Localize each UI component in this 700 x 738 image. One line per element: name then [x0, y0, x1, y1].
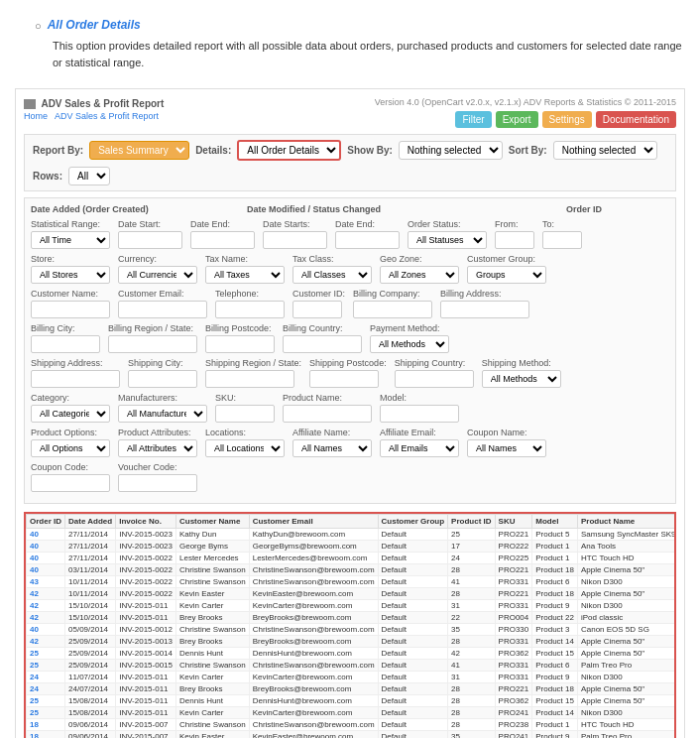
- table-cell: Product 1: [532, 719, 578, 731]
- billing-company-input[interactable]: [353, 301, 432, 318]
- store-group: Store: All Stores: [31, 254, 110, 284]
- sku-input[interactable]: [215, 405, 275, 423]
- table-row: 4215/10/2014INV-2015-011Brey BrooksBreyB…: [27, 612, 677, 624]
- table-cell: INV-2015-011: [116, 683, 176, 695]
- shipping-address-input[interactable]: [31, 370, 120, 388]
- table-cell: 22: [448, 612, 495, 624]
- shipping-method-label: Shipping Method:: [482, 358, 561, 368]
- table-cell: DennisHunt@brewoom.com: [249, 648, 378, 660]
- locations-select[interactable]: All Locations: [205, 439, 285, 457]
- shipping-region-input[interactable]: [205, 370, 294, 388]
- breadcrumb-link[interactable]: ADV Sales & Profit Report: [55, 111, 159, 121]
- tax-name-label: Tax Name:: [205, 254, 285, 264]
- shipping-postcode-input[interactable]: [309, 370, 379, 388]
- show-by-select[interactable]: Nothing selected: [399, 141, 503, 160]
- row-id: 40: [30, 625, 39, 634]
- customer-id-input[interactable]: [292, 301, 342, 318]
- order-id-from-input[interactable]: [495, 231, 534, 249]
- voucher-code-input[interactable]: [118, 474, 197, 492]
- geo-zone-select[interactable]: All Zones: [380, 266, 459, 284]
- customer-group-select[interactable]: Groups: [467, 266, 546, 284]
- billing-address-input[interactable]: [440, 301, 529, 318]
- table-row: 4005/09/2014INV-2015-0012Christine Swans…: [27, 624, 677, 636]
- table-cell: INV-2015-011: [116, 707, 176, 719]
- table-cell: 25: [27, 695, 65, 707]
- table-cell: 28: [448, 588, 495, 600]
- product-options-select[interactable]: All Options: [31, 439, 110, 457]
- billing-country-input[interactable]: [283, 335, 362, 353]
- table-cell: PRO225: [495, 553, 532, 564]
- manufacturers-select[interactable]: All Manufacturers: [118, 405, 207, 423]
- shipping-country-input[interactable]: [395, 370, 474, 388]
- shipping-method-group: Shipping Method: All Methods: [482, 358, 561, 388]
- date-start-input[interactable]: [118, 231, 182, 249]
- documentation-button[interactable]: Documentation: [596, 111, 676, 128]
- tax-class-select[interactable]: All Classes: [292, 266, 372, 284]
- table-row: 2411/07/2014INV-2015-011Kevin CarterKevi…: [27, 672, 677, 683]
- shipping-city-input[interactable]: [128, 370, 197, 388]
- table-cell: KevinCarter@brewoom.com: [249, 600, 378, 612]
- date-mod-start-input[interactable]: [263, 231, 327, 249]
- report-by-label: Report By:: [33, 145, 83, 156]
- date-end-input[interactable]: [190, 231, 255, 249]
- order-id-to-input[interactable]: [542, 231, 582, 249]
- statistical-range-select[interactable]: All Time: [31, 231, 110, 249]
- table-cell: INV-2015-007: [116, 719, 176, 731]
- table-cell: PRO362: [495, 648, 532, 660]
- product-attributes-group: Product Attributes: All Attributes: [118, 428, 197, 457]
- customer-email-input[interactable]: [118, 301, 207, 318]
- table-cell: 15/10/2014: [65, 612, 116, 624]
- customer-name-label: Customer Name:: [31, 289, 110, 299]
- product-attributes-select[interactable]: All Attributes: [118, 439, 197, 457]
- rows-select[interactable]: All: [68, 167, 110, 185]
- breadcrumb-home[interactable]: Home: [24, 111, 48, 121]
- affiliate-name-select[interactable]: All Names: [292, 439, 372, 457]
- table-cell: Kathy Dun: [176, 529, 250, 541]
- affiliate-email-select[interactable]: All Emails: [380, 439, 459, 457]
- settings-button[interactable]: Settings: [542, 111, 592, 128]
- order-id-from-group: From:: [495, 219, 534, 249]
- shipping-method-select[interactable]: All Methods: [482, 370, 561, 388]
- billing-region-input[interactable]: [108, 335, 197, 353]
- telephone-input[interactable]: [215, 301, 285, 318]
- table-cell: HTC Touch HD: [577, 719, 676, 731]
- table-cell: Brey Brooks: [176, 636, 250, 648]
- order-status-select[interactable]: All Statuses: [408, 231, 487, 249]
- table-cell: PRO221: [495, 529, 532, 541]
- sort-by-select[interactable]: Nothing selected: [553, 141, 657, 160]
- details-select[interactable]: All Order Details: [237, 140, 341, 161]
- table-cell: 43: [27, 576, 65, 588]
- shipping-region-label: Shipping Region / State:: [205, 358, 301, 368]
- tax-class-label: Tax Class:: [292, 254, 372, 264]
- date-mod-end-input[interactable]: [335, 231, 400, 249]
- coupon-code-input[interactable]: [31, 474, 110, 492]
- billing-postcode-input[interactable]: [205, 335, 275, 353]
- model-input[interactable]: [380, 405, 459, 423]
- report-by-select[interactable]: Sales Summary: [89, 141, 189, 160]
- order-id-to-label: To:: [542, 219, 582, 229]
- table-cell: PRO362: [495, 695, 532, 707]
- billing-city-input[interactable]: [31, 335, 100, 353]
- table-cell: BreyBrooks@brewoom.com: [249, 612, 378, 624]
- table-cell: 28: [448, 719, 495, 731]
- form-row-6: Category: All Categories Manufacturers: …: [31, 393, 669, 423]
- customer-name-input[interactable]: [31, 301, 110, 318]
- table-cell: 27/11/2014: [65, 553, 116, 564]
- billing-address-group: Billing Address:: [440, 289, 529, 318]
- coupon-name-select[interactable]: All Names: [467, 439, 546, 457]
- manufacturers-label: Manufacturers:: [118, 393, 207, 403]
- category-select[interactable]: All Categories: [31, 405, 110, 423]
- affiliate-email-group: Affiliate Email: All Emails: [380, 428, 459, 457]
- store-select[interactable]: All Stores: [31, 266, 110, 284]
- export-button[interactable]: Export: [496, 111, 538, 128]
- table-row: 2515/08/2014INV-2015-011Dennis HuntDenni…: [27, 695, 677, 707]
- filter-button[interactable]: Filter: [455, 111, 491, 128]
- table-row: 2424/07/2014INV-2015-011Brey BrooksBreyB…: [27, 683, 677, 695]
- table-cell: Christine Swanson: [176, 564, 250, 576]
- currency-select[interactable]: All Currencies: [118, 266, 197, 284]
- tax-name-select[interactable]: All Taxes: [205, 266, 285, 284]
- order-id-header: Order ID: [566, 204, 669, 214]
- product-name-input[interactable]: [283, 405, 372, 423]
- payment-method-select[interactable]: All Methods: [370, 335, 449, 353]
- shipping-postcode-label: Shipping Postcode:: [309, 358, 387, 368]
